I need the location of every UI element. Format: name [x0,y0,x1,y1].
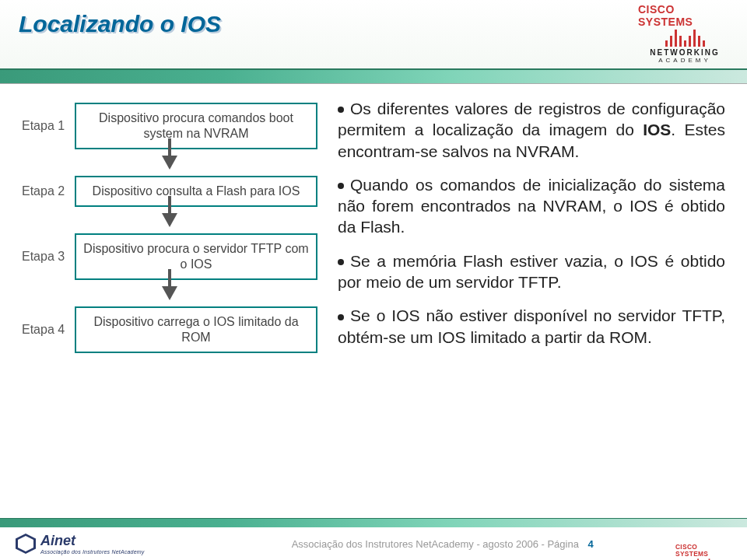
step-label: Etapa 4 [22,323,75,337]
paragraph-4: Se o IOS não estiver disponível no servi… [338,305,725,348]
step-box: Dispositivo procura comandos boot system… [75,103,317,149]
step-box: Dispositivo consulta a Flash para IOS [75,176,317,207]
step-4: Etapa 4 Dispositivo carrega o IOS limita… [22,306,317,353]
arrow-down-icon [162,156,177,170]
cisco-logo-small: CISCO SYSTEMS NETWORKING ACADEMY [675,543,731,560]
step-box: Dispositivo carrega o IOS limitado da RO… [75,306,317,353]
header-stripe [0,68,747,84]
footer-inner: Ainet Associação dos Instrutores NetAcad… [0,527,747,560]
body-text: Os diferentes valores de registros de co… [338,98,725,360]
logo-brand: CISCO SYSTEMS [638,3,731,28]
paragraph-2: Quando os comandos de inicialização do s… [338,174,725,238]
paragraph-1: Os diferentes valores de registros de co… [338,98,725,162]
ainet-logo: Ainet Associação dos Instrutores NetAcad… [16,533,144,555]
hexagon-icon [16,534,36,554]
paragraph-3: Se a memória Flash estiver vazia, o IOS … [338,250,725,293]
page-title: Localizando o IOS [19,11,221,37]
cisco-bars-icon [665,30,705,47]
arrow-down-icon [162,213,177,227]
step-label: Etapa 3 [22,250,75,264]
logo-line1: NETWORKING [650,48,719,57]
step-label: Etapa 2 [22,184,75,198]
logo-line2: ACADEMY [658,57,711,64]
step-label: Etapa 1 [22,119,75,133]
bullet-icon [338,259,344,265]
footer: Ainet Associação dos Instrutores NetAcad… [0,513,747,560]
page-number: 4 [588,538,594,550]
step-box: Dispositivo procura o servidor TFTP com … [75,233,317,280]
header: Localizando o IOS CISCO SYSTEMS NETWORKI… [0,0,747,68]
ios-bold: IOS [643,121,671,138]
main-content: Etapa 1 Dispositivo procura comandos boo… [0,84,747,360]
footer-text: Associação dos Instrutores NetAcademy - … [153,538,731,550]
ainet-text: Ainet Associação dos Instrutores NetAcad… [40,533,144,555]
bullet-icon [338,183,344,189]
cisco-logo: CISCO SYSTEMS NETWORKING ACADEMY [638,3,731,65]
bullet-icon [338,314,344,320]
flow-diagram: Etapa 1 Dispositivo procura comandos boo… [22,98,317,360]
bullet-icon [338,107,344,113]
arrow-down-icon [162,286,177,300]
